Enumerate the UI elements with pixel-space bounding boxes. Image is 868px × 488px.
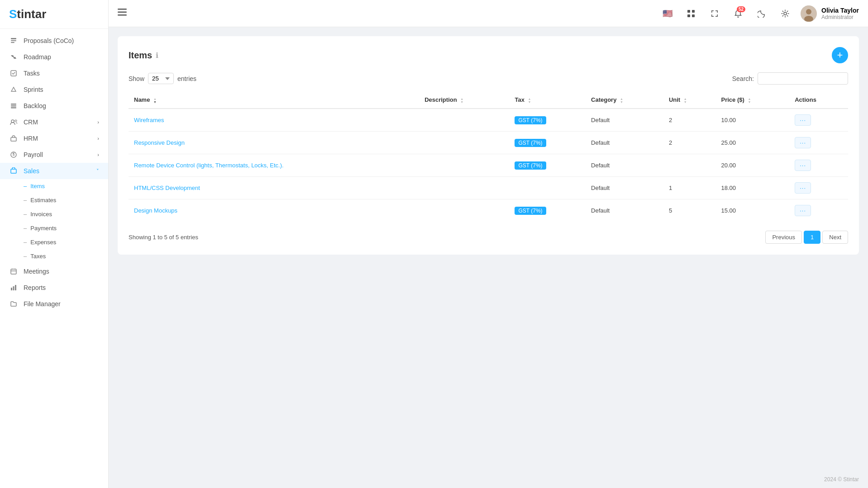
cell-tax (509, 176, 586, 199)
table-controls: Show 25 10 50 100 entries Search: (129, 72, 848, 85)
flag-icon[interactable]: 🇺🇸 (659, 5, 676, 22)
dark-mode-icon[interactable] (754, 5, 770, 22)
show-entries: Show 25 10 50 100 entries (129, 73, 196, 84)
items-label: Items (30, 183, 45, 190)
cell-unit (663, 154, 716, 176)
sidebar-sub-expenses[interactable]: Expenses (0, 235, 108, 249)
col-name[interactable]: Name (129, 92, 419, 109)
user-profile[interactable]: Olivia Taylor Administrator (801, 5, 859, 22)
svg-rect-21 (687, 14, 690, 17)
cell-name: HTML/CSS Development (129, 176, 419, 199)
cell-tax: GST (7%) (509, 131, 586, 154)
page-1-button[interactable]: 1 (804, 231, 820, 244)
settings-icon[interactable] (777, 5, 793, 22)
pagination: Previous 1 Next (765, 231, 848, 244)
sidebar-item-backlog[interactable]: Backlog (0, 98, 108, 114)
action-menu-button[interactable]: ··· (795, 205, 811, 216)
previous-button[interactable]: Previous (765, 231, 802, 244)
sidebar-item-payroll[interactable]: Payroll › (0, 147, 108, 163)
menu-toggle[interactable] (118, 9, 127, 18)
add-button[interactable]: + (832, 47, 848, 63)
cell-actions: ··· (789, 199, 848, 222)
cell-actions: ··· (789, 131, 848, 154)
item-name-link[interactable]: Wireframes (134, 117, 164, 123)
expand-icon[interactable] (706, 5, 723, 22)
cell-name: Design Mockups (129, 199, 419, 222)
next-button[interactable]: Next (822, 231, 848, 244)
sidebar-sub-items[interactable]: Items (0, 179, 108, 193)
apps-icon[interactable] (683, 5, 699, 22)
entries-select[interactable]: 25 10 50 100 (148, 73, 174, 84)
item-name-link[interactable]: HTML/CSS Development (134, 185, 200, 191)
svg-rect-9 (11, 137, 16, 141)
svg-rect-5 (11, 105, 16, 107)
table-row: Remote Device Control (lights, Thermosta… (129, 154, 848, 176)
pagination-row: Showing 1 to 5 of 5 entries Previous 1 N… (129, 231, 848, 244)
cell-unit: 2 (663, 109, 716, 132)
sidebar-item-reports[interactable]: Reports (0, 280, 108, 296)
svg-rect-20 (692, 10, 695, 13)
gst-badge: GST (7%) (515, 116, 546, 124)
sidebar-item-sprints[interactable]: Sprints (0, 81, 108, 98)
info-icon[interactable]: ℹ (156, 51, 158, 60)
logo[interactable]: Stintar (0, 0, 108, 29)
svg-rect-17 (118, 12, 127, 13)
sidebar-item-file-manager[interactable]: File Manager (0, 296, 108, 312)
user-role: Administrator (821, 14, 859, 20)
cell-price: 20.00 (715, 154, 789, 176)
file-manager-label: File Manager (24, 300, 99, 308)
cell-actions: ··· (789, 109, 848, 132)
col-actions: Actions (789, 92, 848, 109)
sidebar-sub-taxes[interactable]: Taxes (0, 249, 108, 263)
sidebar: Stintar Proposals (CoCo) Roadmap Tasks (0, 0, 109, 488)
svg-rect-16 (118, 9, 127, 10)
showing-text: Showing 1 to 5 of 5 entries (129, 234, 198, 241)
user-name: Olivia Taylor (821, 7, 859, 14)
meetings-label: Meetings (24, 268, 99, 275)
action-menu-button[interactable]: ··· (795, 114, 811, 126)
action-menu-button[interactable]: ··· (795, 160, 811, 171)
avatar (801, 5, 817, 22)
col-description[interactable]: Description (419, 92, 509, 109)
proposals-label: Proposals (CoCo) (24, 37, 99, 44)
cell-unit: 5 (663, 199, 716, 222)
sidebar-item-sales[interactable]: Sales ˅ (0, 163, 108, 179)
sidebar-sub-payments[interactable]: Payments (0, 221, 108, 235)
payroll-icon (9, 151, 18, 158)
expenses-label: Expenses (30, 239, 56, 246)
item-name-link[interactable]: Remote Device Control (lights, Thermosta… (134, 162, 284, 169)
col-price[interactable]: Price ($) (715, 92, 789, 109)
table-row: Design Mockups GST (7%) Default 5 15.00 … (129, 199, 848, 222)
sidebar-item-tasks[interactable]: Tasks (0, 65, 108, 81)
item-name-link[interactable]: Responsive Design (134, 139, 185, 146)
sidebar-sub-estimates[interactable]: Estimates (0, 193, 108, 207)
estimates-label: Estimates (30, 197, 56, 204)
notification-icon[interactable]: 52 (730, 5, 746, 22)
sidebar-item-proposals[interactable]: Proposals (CoCo) (0, 33, 108, 49)
main-area: 🇺🇸 52 Olivia Taylor Administrator (109, 0, 868, 488)
header: 🇺🇸 52 Olivia Taylor Administrator (109, 0, 868, 27)
proposals-icon (9, 37, 18, 44)
search-input[interactable] (758, 72, 848, 85)
table-row: Responsive Design GST (7%) Default 2 25.… (129, 131, 848, 154)
action-menu-button[interactable]: ··· (795, 182, 811, 194)
svg-rect-18 (118, 14, 127, 16)
cell-unit: 2 (663, 131, 716, 154)
action-menu-button[interactable]: ··· (795, 137, 811, 148)
footer: 2024 © Stintar (109, 471, 868, 488)
sidebar-item-meetings[interactable]: Meetings (0, 263, 108, 280)
crm-arrow: › (97, 119, 99, 125)
sidebar-item-crm[interactable]: CRM › (0, 114, 108, 130)
sidebar-item-roadmap[interactable]: Roadmap (0, 49, 108, 65)
cell-description (419, 176, 509, 199)
svg-rect-22 (692, 14, 695, 17)
sidebar-sub-invoices[interactable]: Invoices (0, 207, 108, 221)
col-tax[interactable]: Tax (509, 92, 586, 109)
brand-name: Stintar (9, 7, 99, 21)
item-name-link[interactable]: Design Mockups (134, 207, 177, 214)
col-category[interactable]: Category (586, 92, 663, 109)
sprints-label: Sprints (24, 86, 99, 93)
cell-description (419, 154, 509, 176)
sidebar-item-hrm[interactable]: HRM › (0, 130, 108, 147)
col-unit[interactable]: Unit (663, 92, 716, 109)
